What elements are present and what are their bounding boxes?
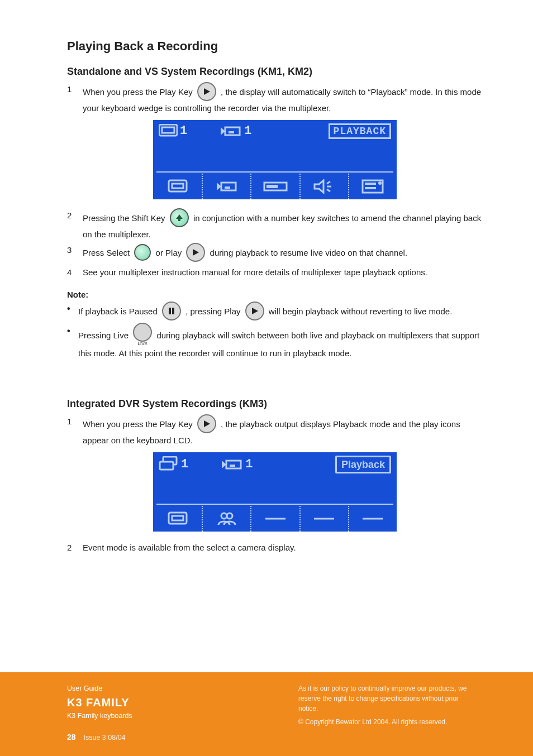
lcd-softkey-row: [153, 506, 397, 532]
svg-rect-23: [169, 308, 171, 314]
lcd-playback-badge: Playback: [335, 456, 391, 473]
footer-product: K3 FAMILY: [67, 694, 132, 711]
svg-marker-21: [176, 214, 183, 221]
content-area: Playing Back a Recording Standalone and …: [67, 39, 483, 557]
section-title: Playing Back a Recording: [67, 39, 483, 54]
lcd-monitor-number: 1: [180, 125, 187, 137]
pause-icon: [162, 302, 181, 320]
step-4: 4 See your multiplexer instruction manua…: [67, 266, 483, 279]
svg-point-20: [378, 181, 382, 185]
svg-rect-18: [365, 183, 376, 185]
svg-line-14: [327, 181, 330, 184]
lcd-status-bar: 1 1 PLAYBACK: [153, 120, 397, 141]
svg-marker-25: [252, 308, 258, 314]
play-icon: [245, 302, 264, 320]
lcd-display-2: 1 1 Playback: [153, 452, 397, 532]
step-text: Pressing the Shift Key in conjunction wi…: [83, 209, 483, 241]
lcd-status-bar: 1 1 Playback: [153, 452, 397, 476]
select-icon: [134, 244, 151, 261]
step-3: 3 Press Select or Play during playback t…: [67, 244, 483, 263]
softkey-camera-icon: [202, 174, 250, 199]
shift-up-icon: [170, 208, 189, 227]
svg-rect-5: [229, 131, 234, 133]
lcd-display-1: 1 1 PLAYBACK: [153, 120, 397, 199]
play-icon: [186, 243, 205, 262]
step-text: Press Select or Play during playback to …: [83, 244, 407, 263]
svg-marker-22: [193, 249, 199, 256]
svg-rect-24: [172, 308, 174, 314]
footer-revision: Issue 3 08/04: [83, 734, 125, 741]
live-icon: LIVE: [133, 324, 152, 346]
page-footer: User Guide K3 FAMILY K3 Family keyboards…: [0, 672, 533, 756]
softkey-recorder-icon: [250, 174, 299, 199]
footer-page-number: 28: [67, 733, 76, 741]
step-number: 3: [67, 244, 77, 256]
step-number: 1: [67, 415, 77, 428]
softkey-blank-1: [250, 506, 299, 532]
softkey-blank-2: [299, 506, 348, 532]
subsection-2: Integrated DVR System Recordings (KM3) 1…: [67, 398, 483, 554]
note-1: • If playback is Paused , pressing Play …: [67, 303, 483, 322]
play-icon: [197, 414, 216, 433]
softkey-speaker-icon: [299, 174, 348, 199]
svg-rect-12: [266, 185, 278, 188]
softkey-monitor-icon: [153, 506, 202, 532]
step-2b: 2 Event mode is available from the selec…: [67, 542, 483, 554]
subsection-title-2: Integrated DVR System Recordings (KM3): [67, 398, 483, 410]
svg-point-35: [227, 513, 232, 519]
svg-rect-31: [230, 465, 235, 467]
step-number: 4: [67, 266, 77, 279]
svg-marker-13: [315, 180, 323, 193]
note-text: Pressing Live LIVE during playback will …: [78, 325, 483, 360]
lcd-monitor-stack-icon: 1: [159, 456, 188, 473]
svg-rect-2: [162, 127, 174, 133]
svg-marker-26: [204, 420, 210, 427]
lcd-camera-number: 1: [244, 125, 251, 137]
note-2: • Pressing Live LIVE during playback wil…: [67, 325, 483, 360]
step-number: 1: [67, 83, 77, 95]
footer-model: K3 Family keyboards: [67, 711, 132, 721]
bullet: •: [67, 303, 73, 315]
page: Playing Back a Recording Standalone and …: [0, 0, 533, 756]
svg-rect-33: [172, 516, 183, 520]
step-2: 2 Pressing the Shift Key in conjunction …: [67, 209, 483, 241]
svg-rect-28: [160, 462, 173, 470]
softkey-menu-icon: [348, 174, 397, 199]
lcd-softkey-row: [153, 174, 397, 199]
svg-rect-19: [365, 187, 376, 189]
note-text: If playback is Paused , pressing Play wi…: [78, 303, 452, 322]
footer-disclaimer-2: © Copyright Bewator Ltd 2004. All rights…: [298, 717, 477, 727]
lcd-camera-icon: 1: [221, 458, 253, 471]
footer-disclaimer-1: As it is our policy to continually impro…: [298, 683, 477, 714]
step-text: Event mode is available from the select …: [83, 542, 296, 554]
svg-rect-7: [172, 184, 183, 188]
footer-guide-label: User Guide: [67, 683, 132, 694]
step-number: 2: [67, 209, 77, 222]
lcd-divider: [156, 171, 393, 173]
lcd-playback-badge: PLAYBACK: [329, 123, 391, 139]
svg-rect-10: [225, 186, 230, 189]
step-1: 1 When you press the Play Key , the disp…: [67, 83, 483, 114]
step-number: 2: [67, 542, 77, 554]
subsection-title-1: Standalone and VS System Recordings (KM1…: [67, 66, 483, 78]
lcd-divider: [156, 504, 393, 505]
softkey-blank-3: [348, 506, 397, 532]
softkey-monitor-icon: [153, 174, 202, 199]
softkey-person-icon: [202, 506, 250, 532]
step-text: See your multiplexer instruction manual …: [83, 266, 427, 279]
step-text: When you press the Play Key , the playba…: [83, 415, 483, 447]
bullet: •: [67, 325, 73, 337]
lcd-monitor-icon: 1: [159, 124, 187, 138]
lcd-monitor-number: 1: [181, 458, 188, 471]
footer-right: As it is our policy to continually impro…: [298, 683, 477, 727]
note-label: Note:: [67, 290, 483, 299]
lcd-camera-number: 1: [245, 458, 253, 471]
svg-marker-0: [204, 88, 210, 95]
lcd-camera-icon: 1: [220, 125, 251, 137]
step-text: When you press the Play Key , the displa…: [83, 83, 483, 114]
svg-line-16: [327, 189, 330, 192]
footer-left: User Guide K3 FAMILY K3 Family keyboards…: [67, 683, 132, 743]
play-icon: [197, 82, 216, 101]
step-1b: 1 When you press the Play Key , the play…: [67, 415, 483, 447]
